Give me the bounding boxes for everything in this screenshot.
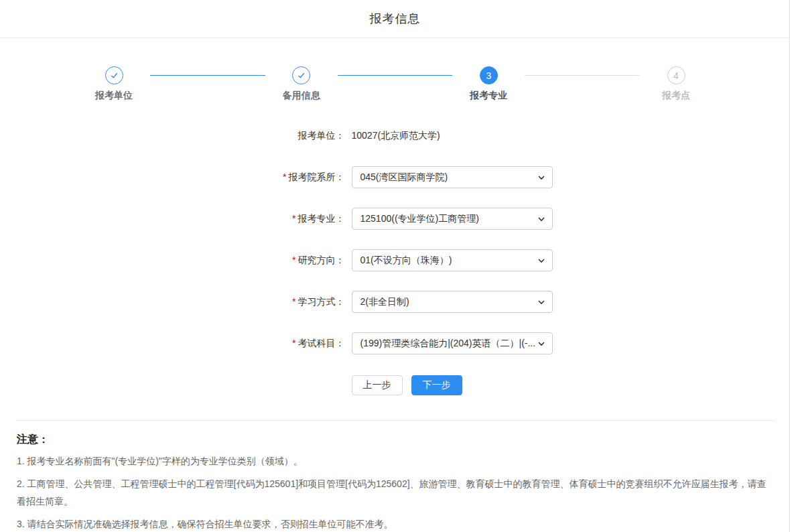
chevron-down-icon (537, 256, 546, 267)
required-marker: * (292, 255, 295, 265)
form-row-direction: *研究方向： 01(不设方向（珠海）) (0, 249, 790, 271)
notes-heading: 注意： (17, 433, 773, 447)
step-baokaodanwei: 报考单位 (86, 66, 142, 102)
check-icon (292, 66, 310, 84)
direction-label: *研究方向： (238, 255, 352, 267)
exam-subjects-label: *考试科目： (238, 338, 352, 350)
form-row-study-mode: *学习方式： 2(非全日制) (0, 291, 790, 313)
exam-subjects-select[interactable]: (199)管理类综合能力|(204)英语（二）|(-... (352, 332, 553, 354)
major-select[interactable]: 125100((专业学位)工商管理) (352, 208, 553, 230)
notes-section: 注意： 1. 报考专业名称前面有"(专业学位)"字样的为专业学位类别（领域）。 … (0, 433, 790, 532)
form-row-unit: 报考单位： 10027(北京师范大学) (0, 125, 790, 147)
form-row-department: *报考院系所： 045(湾区国际商学院) (0, 166, 790, 188)
required-marker: * (292, 296, 295, 307)
chevron-down-icon (537, 339, 546, 350)
department-label: *报考院系所： (238, 172, 352, 184)
next-step-button[interactable]: 下一步 (411, 375, 462, 395)
application-form: 报考单位： 10027(北京师范大学) *报考院系所： 045(湾区国际商学院) (0, 125, 790, 396)
form-row-exam-subjects: *考试科目： (199)管理类综合能力|(204)英语（二）|(-... (0, 332, 790, 354)
note-item-2: 2. 工商管理、公共管理、工程管理硕士中的工程管理[代码为125601]和项目管… (17, 475, 773, 510)
unit-label: 报考单位： (238, 130, 352, 142)
check-icon (105, 66, 123, 84)
step-connector (338, 75, 453, 76)
prev-step-button[interactable]: 上一步 (352, 375, 403, 395)
chevron-down-icon (537, 297, 546, 309)
study-mode-label: *学习方式： (238, 296, 352, 308)
step-label: 报考单位 (95, 90, 133, 102)
page-header: 报考信息 (0, 0, 790, 38)
chevron-down-icon (537, 173, 546, 184)
step-connector (150, 75, 265, 76)
major-label: *报考专业： (238, 213, 352, 225)
step-baokaozhuanye: 3 报考专业 (460, 66, 517, 102)
step-connector (525, 75, 640, 76)
stepper: 报考单位 备用信息 3 报考专业 4 报考点 (0, 66, 790, 102)
chevron-down-icon (537, 214, 546, 226)
study-mode-select[interactable]: 2(非全日制) (352, 291, 553, 313)
step-label: 报考点 (662, 90, 690, 102)
note-item-3: 3. 请结合实际情况准确选择报考信息，确保符合招生单位要求，否则招生单位可能不准… (17, 515, 773, 532)
step-beiyongxinxi: 备用信息 (273, 66, 330, 102)
form-buttons-row: 上一步 下一步 (0, 374, 790, 396)
page-title: 报考信息 (370, 11, 421, 27)
step-number: 3 (480, 66, 498, 84)
note-item-1: 1. 报考专业名称前面有"(专业学位)"字样的为专业学位类别（领域）。 (17, 452, 773, 470)
required-marker: * (292, 213, 295, 224)
application-info-page: 报考信息 报考单位 备用信息 3 报考专业 4 (0, 0, 790, 532)
unit-value: 10027(北京师范大学) (352, 130, 440, 141)
direction-select[interactable]: 01(不设方向（珠海）) (352, 249, 553, 271)
required-marker: * (283, 172, 286, 182)
form-row-major: *报考专业： 125100((专业学位)工商管理) (0, 208, 790, 230)
step-label: 备用信息 (283, 90, 320, 102)
required-marker: * (292, 338, 295, 348)
notes-divider (16, 420, 774, 421)
step-baokaodian: 4 报考点 (648, 66, 704, 102)
step-label: 报考专业 (470, 90, 507, 102)
department-select[interactable]: 045(湾区国际商学院) (352, 166, 553, 188)
step-number: 4 (667, 66, 685, 84)
